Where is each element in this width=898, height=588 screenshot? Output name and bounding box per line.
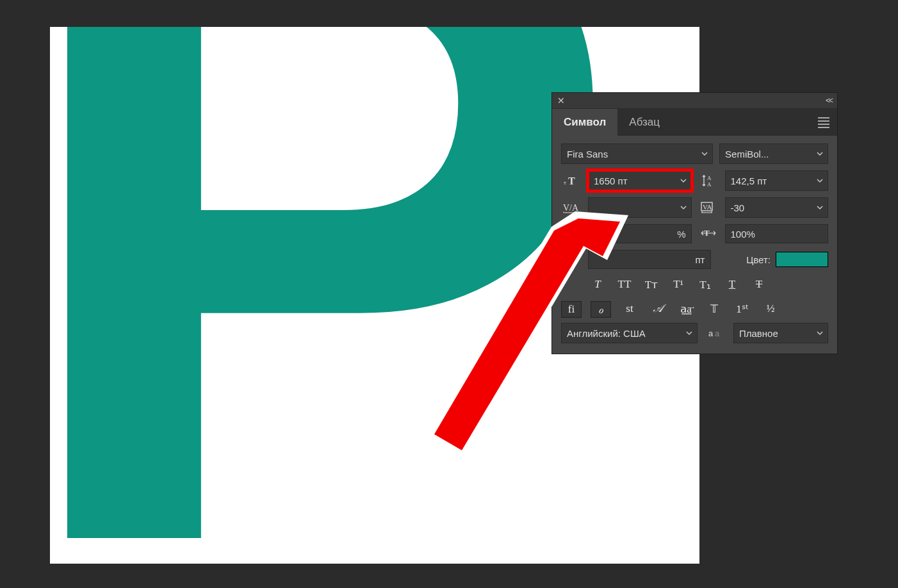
svg-text:a: a <box>708 329 714 338</box>
kerning-icon: V/A <box>561 198 582 217</box>
svg-text:a: a <box>715 329 720 338</box>
font-size-input[interactable]: 1650 пт <box>588 170 692 191</box>
text-color-swatch[interactable] <box>776 252 828 267</box>
close-icon[interactable]: ✕ <box>557 95 565 106</box>
svg-text:т: т <box>564 179 566 186</box>
language-select[interactable]: Английский: США <box>561 323 698 343</box>
tracking-icon: VA <box>698 198 719 217</box>
baseline-shift-input[interactable]: пт <box>588 250 711 269</box>
tab-character[interactable]: Символ <box>552 109 617 136</box>
strikethrough-button[interactable]: T <box>749 277 769 292</box>
stylistic-alt-button[interactable]: 𝒜 <box>648 301 667 316</box>
antialias-icon: aa <box>705 323 726 343</box>
chevron-down-icon[interactable] <box>676 171 691 190</box>
panel-body: Fira Sans SemiBol... тT 1650 пт AA 142,5… <box>552 136 837 354</box>
large-letter-p: P <box>50 27 625 564</box>
tracking-input[interactable]: -30 <box>725 197 829 218</box>
chevron-down-icon[interactable] <box>812 323 828 343</box>
horizontal-scale-input[interactable]: 100% <box>725 224 829 243</box>
panel-header: ✕ << <box>552 93 837 109</box>
all-caps-button[interactable]: TT <box>615 277 634 292</box>
svg-text:T: T <box>568 176 575 186</box>
small-caps-button[interactable]: Tᴛ <box>642 277 661 292</box>
leading-icon: AA <box>698 171 719 190</box>
leading-input[interactable]: 142,5 пт <box>725 170 829 191</box>
color-label: Цвет: <box>746 254 771 265</box>
tab-paragraph[interactable]: Абзац <box>617 109 671 136</box>
svg-text:A: A <box>707 175 712 181</box>
hscale-icon: T <box>698 224 719 243</box>
fractions-button[interactable]: ½ <box>761 301 780 316</box>
chevron-down-icon[interactable] <box>697 144 712 163</box>
ordinals-button[interactable]: 1ˢᵗ <box>733 301 752 316</box>
chevron-down-icon[interactable] <box>812 198 828 217</box>
character-panel: ✕ << Символ Абзац Fira Sans SemiBol... т… <box>552 93 837 354</box>
discretionary-lig-button[interactable]: st <box>620 301 639 316</box>
font-size-icon: тT <box>561 171 582 190</box>
collapse-icon[interactable]: << <box>826 96 832 105</box>
chevron-down-icon[interactable] <box>812 144 828 163</box>
contextual-alt-button[interactable]: a͟a→ <box>676 301 696 316</box>
svg-text:V/A: V/A <box>563 203 579 213</box>
italic-button[interactable]: T <box>588 277 607 292</box>
panel-menu-icon[interactable] <box>818 117 829 128</box>
kerning-input[interactable] <box>588 197 692 218</box>
chevron-down-icon[interactable] <box>676 198 691 217</box>
svg-text:A: A <box>707 181 712 188</box>
antialias-select[interactable]: Плавное <box>733 323 828 343</box>
superscript-button[interactable]: T¹ <box>669 277 688 292</box>
swash-button[interactable]: ℴ <box>591 301 611 318</box>
font-family-select[interactable]: Fira Sans <box>561 143 713 164</box>
text-style-row: T T TT Tᴛ T¹ T₁ T T <box>561 277 828 292</box>
ligatures-button[interactable]: fi <box>561 301 582 318</box>
underline-button[interactable]: T <box>722 277 742 292</box>
panel-tabs: Символ Абзац <box>552 109 837 136</box>
vertical-scale-input[interactable]: % <box>588 224 692 243</box>
subscript-button[interactable]: T₁ <box>696 277 715 292</box>
titling-button[interactable]: 𝕋 <box>705 301 724 316</box>
svg-text:VA: VA <box>703 203 712 211</box>
chevron-down-icon[interactable] <box>682 323 697 343</box>
opentype-row: fi ℴ st 𝒜 a͟a→ 𝕋 1ˢᵗ ½ <box>561 301 828 318</box>
chevron-down-icon[interactable] <box>812 171 828 190</box>
font-style-select[interactable]: SemiBol... <box>719 143 828 164</box>
